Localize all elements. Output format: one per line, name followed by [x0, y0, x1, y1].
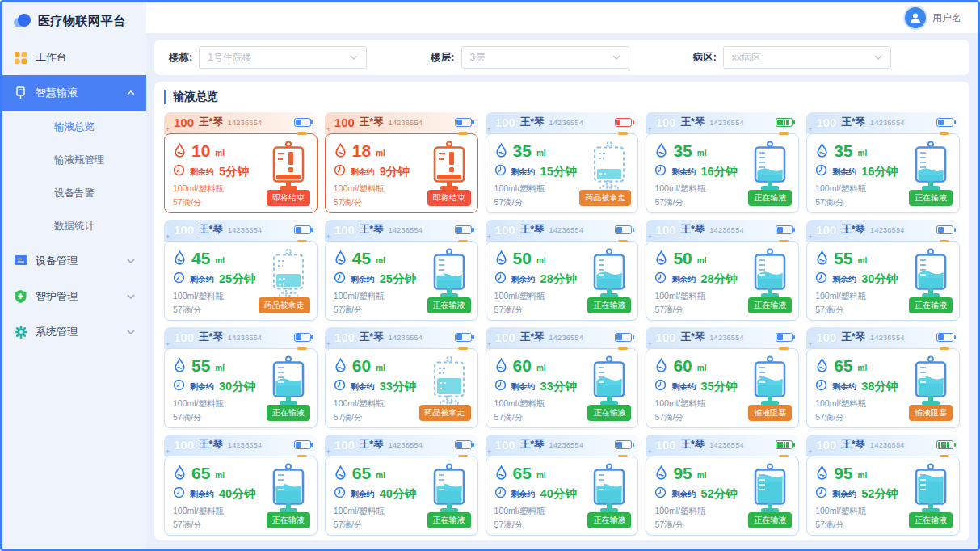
sidebar-item-label: 设备管理 [36, 254, 78, 268]
corner-dash [297, 132, 307, 135]
card-header: + 100 王*琴 14236554 [646, 112, 799, 134]
card-score: 100 [334, 116, 355, 129]
patient-id: 14236554 [228, 226, 262, 234]
infusion-card[interactable]: + 100 王*琴 14236554 65 ml 剩余约 40分钟 100ml/… [164, 435, 318, 536]
card-score: 100 [334, 223, 355, 237]
sidebar-item-bottle-management[interactable]: 输液瓶管理 [2, 144, 146, 177]
sidebar-item-workbench[interactable]: 工作台 [2, 40, 146, 75]
patient-name: 王*琴 [841, 330, 865, 344]
sidebar-item-infusion-overview[interactable]: 输液总览 [2, 111, 146, 144]
card-header: + 100 王*琴 14236554 [325, 435, 478, 456]
person-icon [909, 11, 922, 24]
infusion-card[interactable]: + 100 王*琴 14236554 18 ml 剩余约 9分钟 100ml/塑… [325, 112, 478, 213]
water-drop-icon [173, 250, 187, 266]
infusion-card[interactable]: + 100 王*琴 14236554 45 ml 剩余约 25分钟 100ml/… [325, 220, 478, 321]
plus-icon: + [647, 126, 651, 133]
card-body: 95 ml 剩余约 52分钟 100ml/塑料瓶 57滴/分 正在输液 [646, 456, 799, 536]
water-drop-icon [334, 250, 347, 266]
patient-id: 14236554 [709, 119, 743, 127]
card-score: 100 [174, 116, 194, 129]
card-score: 100 [334, 438, 355, 452]
patient-name: 王*琴 [520, 223, 545, 237]
content: 楼栋: 1号住院楼 楼层: 3层 病区: xx病区 [146, 33, 978, 549]
card-score: 100 [174, 223, 194, 237]
volume-unit: ml [536, 149, 546, 158]
remaining-prefix: 剩余约 [511, 381, 536, 393]
infusion-card[interactable]: + 100 王*琴 14236554 45 ml 剩余约 25分钟 100ml/… [164, 220, 318, 321]
infusion-card[interactable]: + 100 王*琴 14236554 50 ml 剩余约 28分钟 100ml/… [646, 220, 799, 321]
sidebar-item-system-management[interactable]: 系统管理 [2, 314, 146, 350]
sidebar-item-smart-infusion[interactable]: 智慧输液 [2, 75, 146, 111]
iv-bag-icon [428, 463, 470, 516]
infusion-card[interactable]: + 100 王*琴 14236554 95 ml 剩余约 52分钟 100ml/… [646, 435, 799, 536]
infusion-card[interactable]: + 100 王*琴 14236554 65 ml 剩余约 38分钟 100ml/… [806, 327, 960, 428]
remaining-prefix: 剩余约 [511, 166, 536, 178]
iv-bag-icon [749, 141, 791, 194]
patient-id: 14236554 [870, 226, 904, 234]
volume-unit: ml [697, 149, 707, 158]
clock-icon [494, 379, 507, 394]
infusion-card[interactable]: + 100 王*琴 14236554 60 ml 剩余约 33分钟 100ml/… [486, 327, 639, 428]
card-body: 35 ml 剩余约 15分钟 100ml/塑料瓶 57滴/分 药品被拿走 [486, 133, 639, 213]
patient-id: 14236554 [709, 226, 743, 234]
corner-dash [940, 132, 949, 135]
infusion-card[interactable]: + 100 王*琴 14236554 60 ml 剩余约 35分钟 100ml/… [646, 327, 799, 428]
remaining-volume: 65 [834, 357, 852, 375]
card-body: 65 ml 剩余约 40分钟 100ml/塑料瓶 57滴/分 正在输液 [486, 456, 639, 536]
iv-bag-icon [267, 141, 309, 194]
patient-id: 14236554 [549, 334, 583, 342]
patient-id: 14236554 [389, 334, 423, 342]
infusion-card[interactable]: + 100 王*琴 14236554 35 ml 剩余约 16分钟 100ml/… [806, 112, 960, 213]
infusion-card[interactable]: + 100 王*琴 14236554 35 ml 剩余约 15分钟 100ml/… [486, 112, 639, 213]
submenu-label: 输液总览 [54, 120, 95, 134]
remaining-prefix: 剩余约 [190, 166, 214, 178]
chevron-down-icon [350, 55, 358, 60]
volume-unit: ml [376, 364, 385, 372]
battery-icon [936, 118, 953, 127]
sidebar-item-nursing-management[interactable]: 智护管理 [2, 279, 146, 314]
sidebar-item-device-alarms[interactable]: 设备告警 [2, 177, 146, 210]
sidebar: 医疗物联网平台 工作台 智慧输液 输液总览 输液瓶管理 设备告警 数据统计 [2, 2, 146, 549]
card-header: + 100 王*琴 14236554 [806, 327, 960, 349]
card-header: + 100 王*琴 14236554 [164, 112, 318, 134]
card-body: 65 ml 剩余约 40分钟 100ml/塑料瓶 57滴/分 正在输液 [164, 456, 318, 536]
patient-name: 王*琴 [680, 330, 705, 344]
user-avatar[interactable] [905, 7, 926, 28]
card-header: + 100 王*琴 14236554 [646, 220, 799, 242]
infusion-card[interactable]: + 100 王*琴 14236554 10 ml 剩余约 5分钟 100ml/塑… [164, 112, 318, 213]
gear-icon [14, 326, 27, 339]
card-grid: + 100 王*琴 14236554 10 ml 剩余约 5分钟 100ml/塑… [164, 112, 960, 536]
card-score: 100 [655, 116, 675, 129]
clock-icon [334, 486, 346, 502]
username-label[interactable]: 用户名 [932, 11, 961, 25]
infusion-card[interactable]: + 100 王*琴 14236554 50 ml 剩余约 28分钟 100ml/… [486, 220, 639, 321]
infusion-card[interactable]: + 100 王*琴 14236554 60 ml 剩余约 33分钟 100ml/… [325, 327, 478, 428]
sidebar-item-data-statistics[interactable]: 数据统计 [2, 210, 146, 243]
remaining-prefix: 剩余约 [351, 274, 375, 285]
infusion-card[interactable]: + 100 王*琴 14236554 95 ml 剩余约 52分钟 100ml/… [806, 435, 960, 536]
floor-select[interactable]: 3层 [461, 46, 629, 69]
card-body: 95 ml 剩余约 52分钟 100ml/塑料瓶 57滴/分 正在输液 [806, 456, 960, 536]
infusion-card[interactable]: + 100 王*琴 14236554 65 ml 剩余约 40分钟 100ml/… [486, 435, 639, 536]
water-drop-icon [815, 465, 829, 481]
infusion-card[interactable]: + 100 王*琴 14236554 65 ml 剩余约 40分钟 100ml/… [325, 435, 478, 536]
corner-dash [297, 455, 307, 457]
infusion-card[interactable]: + 100 王*琴 14236554 55 ml 剩余约 30分钟 100ml/… [164, 327, 318, 428]
infusion-card[interactable]: + 100 王*琴 14236554 55 ml 剩余约 30分钟 100ml/… [806, 220, 960, 321]
card-body: 50 ml 剩余约 28分钟 100ml/塑料瓶 57滴/分 正在输液 [646, 241, 799, 321]
battery-icon [455, 333, 472, 342]
remaining-volume: 95 [834, 465, 852, 482]
sidebar-item-device-management[interactable]: 设备管理 [2, 243, 146, 279]
card-body: 65 ml 剩余约 38分钟 100ml/塑料瓶 57滴/分 输液阻塞 [806, 348, 960, 428]
infusion-card[interactable]: + 100 王*琴 14236554 35 ml 剩余约 16分钟 100ml/… [646, 112, 799, 213]
remaining-volume: 10 [191, 142, 210, 160]
plus-icon: + [808, 126, 812, 133]
overview-panel: 输液总览 + 100 王*琴 14236554 10 ml 剩余约 5分钟 10… [154, 82, 969, 540]
status-badge: 正在输液 [748, 190, 792, 206]
plus-icon: + [166, 448, 170, 456]
plus-icon: + [326, 126, 330, 133]
building-select[interactable]: 1号住院楼 [199, 46, 367, 69]
volume-unit: ml [536, 364, 546, 372]
water-drop-icon [815, 143, 829, 158]
ward-select[interactable]: xx病区 [723, 46, 891, 69]
